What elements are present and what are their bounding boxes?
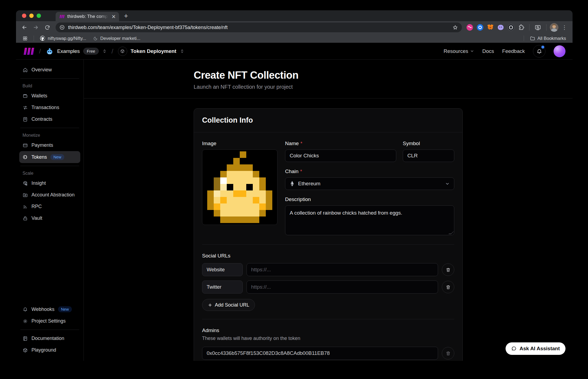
- trash-icon: [446, 267, 451, 272]
- account-avatar[interactable]: [554, 45, 565, 57]
- sidebar-item-label: Account Abstraction: [31, 192, 75, 198]
- forward-icon[interactable]: [31, 22, 41, 33]
- notification-dot: [541, 46, 544, 49]
- account-abstraction-icon: [23, 192, 28, 198]
- extension-blue-icon[interactable]: [475, 23, 485, 32]
- admin-row: [202, 347, 454, 360]
- sidebar-item-label: Payments: [31, 142, 53, 148]
- sidebar-item-payments[interactable]: Payments: [19, 139, 80, 151]
- extension-dark-circle-icon[interactable]: [506, 23, 516, 32]
- tab-search-icon[interactable]: [533, 22, 543, 33]
- collection-image[interactable]: [202, 149, 277, 225]
- admins-description: These wallets will have authority on the…: [202, 336, 454, 341]
- social-type-select[interactable]: Twitter: [202, 281, 243, 294]
- tab-close-icon[interactable]: ✕: [111, 14, 116, 20]
- back-icon[interactable]: [19, 22, 30, 33]
- zoom-window-button[interactable]: [37, 14, 41, 18]
- bookmark-niftyswap[interactable]: niftyswap.gg/Nifty...: [38, 36, 88, 41]
- github-icon: [40, 36, 45, 41]
- sidebar-section-scale: Scale: [19, 169, 80, 177]
- close-window-button[interactable]: [22, 14, 26, 18]
- delete-admin-button[interactable]: [442, 347, 454, 359]
- chain-select[interactable]: Ethereum: [285, 177, 454, 190]
- sidebar-item-label: Transactions: [31, 105, 59, 110]
- team-name[interactable]: Examples: [57, 48, 80, 54]
- thirdweb-app: / Examples Free / Token Deployment Resou…: [16, 43, 573, 361]
- sidebar-item-overview[interactable]: Overview: [19, 64, 80, 76]
- chevrons-up-down-icon[interactable]: [102, 49, 107, 53]
- extensions-puzzle-icon[interactable]: [517, 23, 526, 32]
- contract-icon: [23, 117, 28, 122]
- sidebar-item-label: Contracts: [31, 116, 52, 122]
- social-type-select[interactable]: Website: [202, 263, 243, 276]
- chat-bubble-icon: [511, 346, 517, 351]
- sidebar-item-webhooks[interactable]: Webhooks New: [19, 303, 80, 315]
- app-header: / Examples Free / Token Deployment Resou…: [16, 43, 573, 60]
- sidebar: Overview Build Wallets Transactions C: [16, 60, 84, 361]
- sidebar-item-insight[interactable]: Insight: [19, 177, 80, 189]
- chevrons-up-down-icon[interactable]: [180, 49, 184, 53]
- notifications-button[interactable]: [533, 45, 545, 58]
- sidebar-item-playground[interactable]: Playground: [19, 344, 80, 356]
- add-social-url-button[interactable]: Add Social URL: [202, 299, 255, 311]
- delete-social-row-button[interactable]: [442, 281, 454, 293]
- social-url-input[interactable]: [247, 263, 438, 276]
- symbol-input[interactable]: [403, 149, 454, 162]
- social-row-website: Website: [202, 263, 454, 276]
- metamask-icon[interactable]: [486, 23, 495, 32]
- phantom-icon[interactable]: [496, 23, 505, 32]
- browser-tab-active[interactable]: thirdweb: The complete web3 ✕: [56, 12, 119, 21]
- team-avatar[interactable]: [46, 47, 54, 55]
- page-subtitle: Launch an NFT collection for your projec…: [194, 84, 463, 90]
- nav-feedback[interactable]: Feedback: [502, 48, 525, 54]
- social-url-input[interactable]: [247, 281, 438, 294]
- transactions-icon: [23, 105, 28, 110]
- nav-resources-label: Resources: [443, 48, 468, 54]
- macos-window-controls[interactable]: [16, 10, 45, 21]
- name-input[interactable]: [285, 149, 396, 162]
- thirdweb-logo[interactable]: [23, 48, 34, 55]
- section-divider: [202, 319, 454, 319]
- ask-ai-assistant-button[interactable]: Ask AI Assistant: [506, 342, 565, 355]
- breadcrumb-separator: /: [111, 47, 113, 55]
- sidebar-item-label: Playground: [31, 347, 56, 353]
- browser-profile-avatar[interactable]: [550, 23, 558, 32]
- sidebar-item-tokens[interactable]: Tokens New: [19, 151, 80, 163]
- chevron-down-icon: [470, 49, 474, 53]
- sidebar-item-documentation[interactable]: Documentation: [19, 333, 80, 344]
- site-settings-icon[interactable]: [59, 25, 65, 30]
- bookmark-developer-marketing[interactable]: Developer marketi...: [91, 36, 143, 41]
- sidebar-item-project-settings[interactable]: Project Settings: [19, 315, 80, 327]
- nav-resources[interactable]: Resources: [443, 48, 474, 54]
- sidebar-item-transactions[interactable]: Transactions: [19, 102, 80, 113]
- rpc-icon: [23, 204, 28, 209]
- nav-feedback-label: Feedback: [502, 48, 525, 54]
- sidebar-item-wallets[interactable]: Wallets: [19, 90, 80, 102]
- admin-address-input[interactable]: [202, 347, 438, 360]
- webhook-bell-icon: [23, 307, 28, 312]
- sidebar-item-contracts[interactable]: Contracts: [19, 113, 80, 125]
- sidebar-item-rpc[interactable]: RPC: [19, 201, 80, 212]
- new-tab-button[interactable]: +: [124, 12, 128, 20]
- admins-label: Admins: [202, 327, 454, 333]
- nav-docs[interactable]: Docs: [482, 48, 494, 54]
- sidebar-item-label: Wallets: [31, 93, 47, 99]
- all-bookmarks-button[interactable]: All Bookmarks: [528, 36, 568, 41]
- apps-grid-icon[interactable]: [20, 36, 30, 41]
- sidebar-item-label: Project Settings: [31, 318, 66, 324]
- toolbar-divider: [546, 24, 547, 31]
- project-name[interactable]: Token Deployment: [131, 48, 177, 54]
- delete-social-row-button[interactable]: [442, 263, 454, 276]
- breadcrumb-separator: /: [39, 47, 41, 55]
- description-textarea[interactable]: A collection of rainbow chicks hatched f…: [285, 205, 454, 235]
- sidebar-item-account-abstraction[interactable]: Account Abstraction: [19, 189, 80, 201]
- url-text[interactable]: thirdweb.com/team/examples/Token-Deploym…: [68, 25, 449, 30]
- browser-menu-kebab-icon[interactable]: ⋮: [560, 24, 569, 31]
- bookmark-star-icon[interactable]: [452, 25, 458, 30]
- extension-pink-icon[interactable]: [465, 23, 474, 32]
- address-bar[interactable]: thirdweb.com/team/examples/Token-Deploym…: [56, 23, 462, 32]
- minimize-window-button[interactable]: [29, 14, 34, 18]
- sidebar-item-vault[interactable]: Vault: [19, 212, 80, 224]
- reload-icon[interactable]: [42, 22, 52, 33]
- token-icon: [23, 154, 28, 160]
